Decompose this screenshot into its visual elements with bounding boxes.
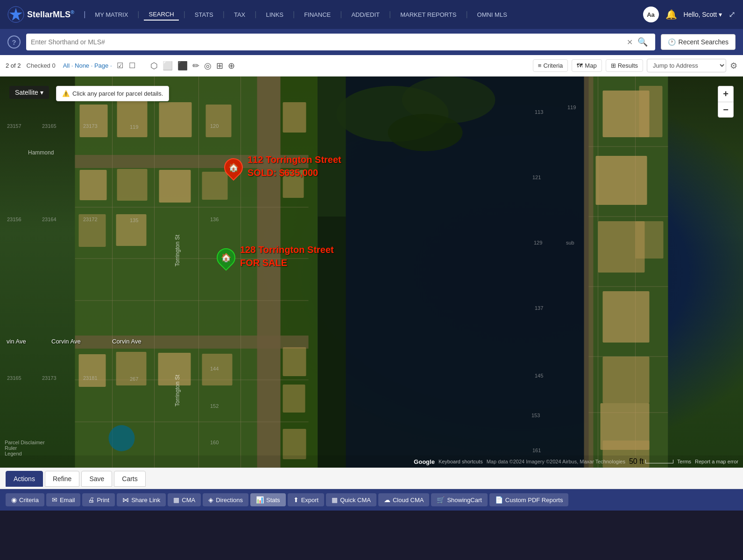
- legend-label[interactable]: Legend: [5, 451, 45, 456]
- showing-cart-tool-label: ShowingCart: [447, 497, 481, 504]
- tool-export[interactable]: ⬆ Export: [288, 493, 325, 506]
- zoom-in-button[interactable]: +: [718, 86, 734, 102]
- map-toolbar: 2 of 2 Checked 0 All · None · Page · ☑ ☐…: [0, 55, 743, 77]
- scale-line: [645, 460, 673, 463]
- tool-print[interactable]: 🖨 Print: [82, 493, 115, 506]
- cloud-cma-tool-icon: ☁: [384, 496, 390, 504]
- property1-status: SOLD: $635,000: [248, 168, 318, 178]
- notifications-bell-icon[interactable]: 🔔: [665, 9, 677, 20]
- report-map-error-link[interactable]: Report a map error: [695, 459, 738, 464]
- results-button[interactable]: ⊞ Results: [606, 59, 643, 72]
- parcel-137: 137: [535, 305, 543, 311]
- nav-my-matrix[interactable]: MY MATRIX: [90, 9, 133, 20]
- satellite-view-button[interactable]: Satellite ▾: [9, 86, 49, 99]
- tool-custom-pdf-reports[interactable]: 📄 Custom PDF Reports: [489, 493, 569, 506]
- freehand-tool-icon[interactable]: ⬛: [177, 60, 189, 72]
- keyboard-shortcuts-link[interactable]: Keyboard shortcuts: [439, 459, 483, 464]
- map-land-area: [0, 77, 743, 468]
- vin-ave-label: vin Ave: [7, 338, 26, 345]
- svg-rect-33: [159, 170, 191, 203]
- search-bar-container: ? ✕ 🔍 🕐 Recent Searches: [0, 29, 743, 55]
- ruler-label[interactable]: Ruler: [5, 445, 45, 451]
- nav-stats[interactable]: STATS: [190, 9, 218, 20]
- sale-marker-icon: 🏠: [213, 245, 240, 271]
- parcel-details-tooltip: ⚠️ Click any parcel for parcel details.: [56, 86, 169, 101]
- tool-cma[interactable]: ▦ CMA: [168, 493, 201, 506]
- tool-quick-cma[interactable]: ▦ Quick CMA: [326, 493, 376, 506]
- tab-save[interactable]: Save: [81, 471, 112, 487]
- satellite-label: Satellite ▾: [15, 89, 43, 96]
- tool-directions[interactable]: ◈ Directions: [203, 493, 248, 506]
- uncheck-all-icon[interactable]: ☐: [129, 61, 135, 70]
- parcel-121: 121: [532, 175, 541, 180]
- svg-rect-28: [159, 102, 192, 137]
- search-clear-icon[interactable]: ✕: [627, 38, 633, 47]
- tool-email[interactable]: ✉ Email: [46, 493, 81, 506]
- pencil-tool-icon[interactable]: ✏: [191, 60, 200, 72]
- jump-to-address-select[interactable]: Jump to Address: [647, 59, 726, 72]
- tab-actions[interactable]: Actions: [6, 471, 43, 487]
- logo[interactable]: StellarMLS®: [7, 6, 74, 23]
- nav-market-reports[interactable]: MARKET REPORTS: [396, 9, 461, 20]
- parcel-161: 161: [532, 448, 541, 453]
- select-all-link[interactable]: All: [63, 62, 70, 69]
- print-tool-icon: 🖨: [88, 496, 94, 504]
- layers-tool-icon[interactable]: ⊞: [215, 60, 224, 72]
- top-navigation: StellarMLS® | MY MATRIX | SEARCH | STATS…: [0, 0, 743, 29]
- svg-rect-38: [79, 354, 106, 387]
- polygon-tool-icon[interactable]: ⬡: [149, 60, 159, 72]
- parcel-23172-1: 23172: [83, 217, 98, 222]
- map-view-button[interactable]: 🗺 Map: [572, 59, 601, 72]
- map-bottom-right: Google Keyboard shortcuts Map data ©2024…: [414, 457, 738, 466]
- tool-criteria[interactable]: ◉ Criteria: [6, 493, 44, 506]
- tab-refine[interactable]: Refine: [45, 471, 79, 487]
- nav-tax[interactable]: TAX: [229, 9, 250, 20]
- zoom-out-button[interactable]: −: [718, 102, 734, 118]
- svg-rect-9: [584, 77, 594, 468]
- svg-rect-8: [75, 336, 309, 349]
- scale-bar: 50 ft: [629, 457, 673, 466]
- target-tool-icon[interactable]: ⊕: [227, 60, 236, 72]
- svg-rect-31: [80, 170, 107, 200]
- sold-marker-icon: 🏠: [220, 154, 247, 181]
- search-input-wrap: ✕ 🔍: [26, 34, 655, 50]
- user-greeting[interactable]: Hello, Scott ▾: [684, 11, 722, 18]
- nav-finance[interactable]: FINANCE: [299, 9, 335, 20]
- tool-share-link[interactable]: ⋈ Share Link: [117, 493, 166, 506]
- font-size-button[interactable]: Aa: [643, 7, 659, 22]
- search-input[interactable]: [31, 38, 627, 46]
- nav-search[interactable]: SEARCH: [144, 9, 178, 21]
- property-marker-sold[interactable]: 🏠 112 Torrington Street SOLD: $635,000: [224, 158, 243, 177]
- recent-searches-button[interactable]: 🕐 Recent Searches: [661, 34, 736, 50]
- result-count: 2 of 2: [6, 62, 21, 69]
- stats-tool-label: Stats: [266, 497, 280, 504]
- tool-stats[interactable]: 📊 Stats: [250, 493, 286, 506]
- rectangle-tool-icon[interactable]: ⬜: [162, 60, 174, 72]
- stellar-mls-logo[interactable]: [7, 6, 24, 23]
- svg-rect-6: [257, 77, 281, 468]
- property-marker-for-sale[interactable]: 🏠 128 Torrington Street FOR SALE: [217, 248, 235, 267]
- tab-carts[interactable]: Carts: [114, 471, 145, 487]
- radius-tool-icon[interactable]: ◎: [203, 60, 212, 72]
- tool-cloud-cma[interactable]: ☁ Cloud CMA: [378, 493, 429, 506]
- select-none-link[interactable]: None: [75, 62, 89, 69]
- expand-icon[interactable]: ⤢: [729, 9, 736, 20]
- nav-add-edit[interactable]: ADD/EDIT: [347, 9, 384, 20]
- parcel-disclaimer-link[interactable]: Parcel Disclaimer: [5, 440, 45, 445]
- parcel-119-r: 119: [567, 105, 576, 110]
- help-button[interactable]: ?: [7, 35, 21, 49]
- google-logo: Google: [414, 458, 435, 465]
- nav-omni-mls[interactable]: OMNI MLS: [473, 9, 512, 20]
- tool-showing-cart[interactable]: 🛒 ShowingCart: [431, 493, 487, 506]
- parcel-135: 135: [130, 217, 138, 223]
- search-go-button[interactable]: 🔍: [635, 37, 651, 47]
- select-page-link[interactable]: Page: [94, 62, 108, 69]
- settings-gear-icon[interactable]: ⚙: [730, 61, 737, 71]
- nav-links[interactable]: LINKS: [261, 9, 288, 20]
- share-tool-label: Share Link: [131, 497, 160, 504]
- check-all-icon[interactable]: ☑: [117, 61, 123, 70]
- terms-link[interactable]: Terms: [677, 459, 691, 464]
- directions-tool-icon: ◈: [208, 496, 213, 504]
- zoom-controls: + −: [718, 86, 734, 118]
- criteria-button[interactable]: ≡ Criteria: [533, 59, 568, 72]
